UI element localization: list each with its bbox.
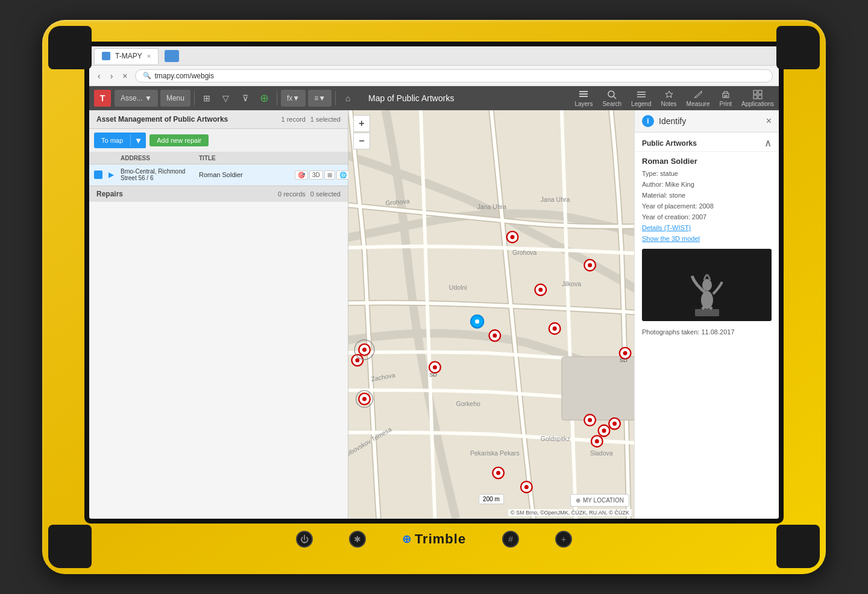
power-icon: ⏻ [300,534,309,544]
legend-action[interactable]: Legend [631,90,651,107]
identify-header: i Identify × [635,110,779,133]
identify-link-details[interactable]: Details (T-WIST) [635,222,779,233]
tab-favicon [102,52,110,60]
row-checkbox[interactable] [94,170,102,179]
grid-view-btn[interactable]: ⊞ [198,90,215,107]
notes-action[interactable]: Notes [661,90,676,107]
svg-rect-12 [753,90,757,94]
address-bar[interactable]: 🔍 tmapy.com/webgis [135,69,773,83]
brand-logo: ⊕ Trimble [402,531,466,547]
svg-point-36 [538,288,542,292]
svg-point-58 [612,422,617,426]
power-button[interactable]: ⏻ [296,531,313,548]
svg-text:Jana Uhra: Jana Uhra [477,203,507,210]
panel-header: Asset Management of Public Artworks 1 re… [89,110,348,129]
col-arrow [108,155,121,161]
browser-tab[interactable]: T-MAPY × [94,48,159,64]
repairs-section: Repairs 0 records 0 selected [89,186,348,202]
home-icon: ⌂ [345,93,350,103]
filter2-btn[interactable]: ⊽ [237,90,254,107]
identify-panel: i Identify × Public Artworks ∧ Roman Sol… [634,110,779,519]
tab-close-btn[interactable]: × [147,52,151,60]
panel-actions: To map ▼ Add new repair [89,129,348,152]
svg-text:Pekariska Pekars: Pekariska Pekars [470,449,520,457]
svg-rect-7 [637,96,646,98]
svg-rect-15 [758,95,762,99]
3d-btn[interactable]: 3D [309,170,323,180]
add-repair-btn[interactable]: Add new repair [149,134,209,146]
svg-rect-14 [753,95,757,99]
browser-titlebar: T-MAPY × [89,46,779,66]
svg-point-42 [553,327,557,331]
formula-btn[interactable]: fx▼ [281,90,306,107]
col-address[interactable]: ADDRESS [121,155,199,161]
star-button[interactable]: ✱ [349,531,366,548]
identify-field-year-creation: Year of creation: 2007 [635,211,779,222]
table-row[interactable]: ▶ Brno-Central, Richmond Street 56 / 6 R… [89,164,348,186]
filter-btn[interactable]: ▽ [218,90,234,107]
identify-link-3d[interactable]: Show the 3D model [635,233,779,244]
repairs-records: 0 records [278,190,306,198]
list-btn[interactable]: ≡▼ [308,90,332,107]
svg-rect-74 [695,309,719,316]
globe-btn[interactable]: 🌐 [336,170,350,180]
new-tab-area[interactable] [165,50,179,62]
selected-count: 1 selected [310,116,341,123]
identify-title: Identify [659,116,761,126]
add-btn[interactable]: ⊕ [256,90,273,107]
forward-button[interactable]: › [108,70,116,82]
home-btn[interactable]: ⌂ [339,90,356,107]
legend-icon [637,90,646,99]
tablet-bottom-bar: ⏻ ✱ ⊕ Trimble # + [296,526,572,552]
svg-point-49 [355,358,359,362]
scale-label: 200 m [483,496,500,502]
identify-close-btn[interactable]: × [766,116,772,127]
to-map-btn[interactable]: To map [94,134,131,146]
map-title: Map of Public Artworks [368,93,454,103]
map-area[interactable]: Grohova Udolni Udolni Grohova Jiritova J… [348,110,634,519]
col-check [94,155,108,161]
plus-button[interactable]: + [555,531,572,548]
identify-field-author: Author: Mike King [635,179,779,190]
stop-button[interactable]: × [120,70,130,82]
svg-point-40 [492,334,497,338]
map-svg: Grohova Udolni Udolni Grohova Jiritova J… [348,110,634,519]
search-action[interactable]: Search [602,90,621,107]
svg-text:Jana Uhra: Jana Uhra [541,196,570,203]
my-location-icon: ⊕ [576,497,580,504]
hash-button[interactable]: # [502,531,519,548]
to-map-group: To map ▼ [94,133,146,148]
grid-btn[interactable]: ⊞ [324,170,335,180]
repairs-title: Repairs [96,190,123,198]
svg-text:Grohova: Grohova [512,249,536,256]
svg-rect-6 [637,94,646,95]
measure-action[interactable]: Measure [687,90,710,107]
my-location-btn[interactable]: ⊕ MY LOCATION [570,494,629,507]
collapse-icon[interactable]: ∧ [764,137,772,149]
table-header: ADDRESS TITLE [89,152,348,164]
back-button[interactable]: ‹ [95,70,103,82]
zoom-out-btn[interactable]: − [353,133,370,149]
menu-btn[interactable]: Menu [160,90,190,107]
list-icon: ≡▼ [314,94,326,102]
corner-tr [776,26,820,69]
target-btn[interactable]: 🎯 [295,170,308,180]
to-map-dropdown[interactable]: ▼ [131,133,146,148]
svg-text:Gorkeho: Gorkeho [456,400,480,407]
map-zoom-controls: + − [353,115,370,149]
print-action[interactable]: Print [720,90,732,107]
row-arrow: ▶ [108,170,121,179]
svg-point-44 [623,351,627,355]
panel-meta: 1 record 1 selected [281,116,341,123]
svg-point-54 [588,418,592,422]
asset-dropdown-btn[interactable]: Asse... ▼ [115,90,158,107]
col-title[interactable]: TITLE [199,155,295,161]
applications-action[interactable]: Applications [741,90,774,107]
svg-text:Udolni: Udolni [449,284,467,291]
plus-icon: + [561,534,566,544]
corner-br [776,525,820,568]
svg-text:SD: SD [429,372,437,378]
layers-action[interactable]: Layers [574,90,593,107]
identify-section: Public Artworks ∧ [635,133,779,152]
zoom-in-btn[interactable]: + [353,115,370,132]
